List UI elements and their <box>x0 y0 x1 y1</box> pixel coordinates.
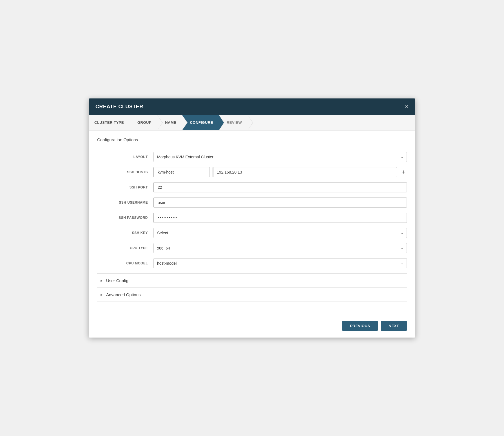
modal-content: Configuration Options LAYOUT Morpheus KV… <box>89 131 415 309</box>
cpu-type-select[interactable]: x86_64 <box>153 243 407 253</box>
ssh-hosts-control: + <box>153 167 407 177</box>
previous-button[interactable]: PREVIOUS <box>342 321 378 331</box>
layout-select-wrap: Morpheus KVM External Cluster ⌄ <box>153 152 407 162</box>
ssh-password-label: SSH PASSWORD <box>97 216 153 220</box>
ssh-password-input[interactable] <box>153 213 407 223</box>
layout-label: LAYOUT <box>97 155 153 159</box>
user-config-section: ► User Config <box>97 273 407 288</box>
ssh-key-control: Select ⌄ <box>153 228 407 238</box>
cpu-model-label: CPU MODEL <box>97 261 153 265</box>
advanced-options-label: Advanced Options <box>106 292 141 297</box>
ssh-username-input[interactable] <box>153 197 407 208</box>
modal-footer: PREVIOUS NEXT <box>89 314 415 338</box>
cpu-type-control: x86_64 ⌄ <box>153 243 407 253</box>
ssh-port-row: SSH PORT <box>97 182 407 192</box>
section-title: Configuration Options <box>97 137 407 142</box>
step-cluster-type[interactable]: CLUSTER TYPE <box>89 115 130 130</box>
modal-title: CREATE CLUSTER <box>95 104 143 110</box>
ssh-port-control <box>153 182 407 192</box>
layout-row: LAYOUT Morpheus KVM External Cluster ⌄ <box>97 152 407 162</box>
layout-select[interactable]: Morpheus KVM External Cluster <box>153 152 407 162</box>
ssh-hosts-label: SSH HOSTS <box>97 170 153 174</box>
close-button[interactable]: × <box>405 104 409 110</box>
ssh-hosts-row: SSH HOSTS + <box>97 167 407 177</box>
advanced-options-section: ► Advanced Options <box>97 288 407 302</box>
cpu-model-control: host-model ⌄ <box>153 258 407 268</box>
ssh-hostname-input[interactable] <box>153 167 210 177</box>
user-config-arrow-icon: ► <box>100 279 103 283</box>
cpu-type-select-wrap: x86_64 ⌄ <box>153 243 407 253</box>
user-config-header[interactable]: ► User Config <box>97 274 407 287</box>
cpu-model-select-wrap: host-model ⌄ <box>153 258 407 268</box>
ssh-port-input[interactable] <box>153 182 407 192</box>
ssh-password-control <box>153 213 407 223</box>
ssh-key-label: SSH KEY <box>97 231 153 235</box>
section-divider <box>97 145 407 145</box>
ssh-port-label: SSH PORT <box>97 185 153 189</box>
user-config-label: User Config <box>106 278 128 283</box>
next-button[interactable]: NEXT <box>381 321 407 331</box>
cpu-model-select[interactable]: host-model <box>153 258 407 268</box>
ssh-password-row: SSH PASSWORD <box>97 213 407 223</box>
cpu-type-label: CPU TYPE <box>97 246 153 250</box>
advanced-options-header[interactable]: ► Advanced Options <box>97 288 407 302</box>
ssh-username-label: SSH USERNAME <box>97 201 153 204</box>
ssh-username-row: SSH USERNAME <box>97 197 407 208</box>
ssh-username-control <box>153 197 407 208</box>
ssh-key-select[interactable]: Select <box>153 228 407 238</box>
ssh-key-select-wrap: Select ⌄ <box>153 228 407 238</box>
cpu-model-row: CPU MODEL host-model ⌄ <box>97 258 407 268</box>
add-ssh-host-button[interactable]: + <box>400 169 407 175</box>
create-cluster-modal: CREATE CLUSTER × CLUSTER TYPE GROUP NAME… <box>89 98 415 338</box>
ssh-ip-input[interactable] <box>213 167 397 177</box>
advanced-options-arrow-icon: ► <box>100 293 103 297</box>
layout-control: Morpheus KVM External Cluster ⌄ <box>153 152 407 162</box>
ssh-key-row: SSH KEY Select ⌄ <box>97 228 407 238</box>
wizard-steps: CLUSTER TYPE GROUP NAME CONFIGURE REVIEW <box>89 115 415 131</box>
cpu-type-row: CPU TYPE x86_64 ⌄ <box>97 243 407 253</box>
modal-header: CREATE CLUSTER × <box>89 98 415 115</box>
